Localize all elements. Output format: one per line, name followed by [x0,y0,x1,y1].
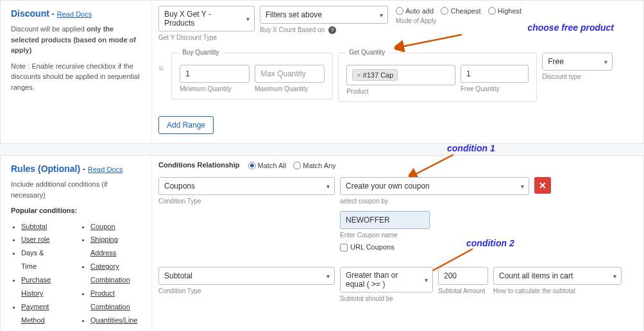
popular-category-combo[interactable]: Category Combination [90,262,130,284]
get-qty-legend: Get Quantity [345,49,389,56]
cond2-calc-value: Count all items in cart [499,271,573,280]
mode-apply-label: Mode of Apply [396,17,527,24]
cond2-type-col: Subtotal Condition Type [158,267,335,294]
get-product-col: ×#137 Cap Product [346,65,455,95]
url-coupons-label: URL Coupons [350,243,394,251]
buy-max-col: Max Quantity Maximum Quantity [255,65,325,92]
discount-read-docs-link[interactable]: Read Docs [57,10,92,18]
get-free-input[interactable]: 1 [461,65,529,83]
popular-col-2: Coupon Shipping Address Category Combina… [90,220,142,332]
rules-dash: - [82,164,88,174]
cond2-type-select[interactable]: Subtotal [158,267,335,285]
buy-min-col: 1 Minimum Quantity [180,65,250,92]
rules-read-docs-link[interactable]: Read Docs [88,166,123,173]
coupon-block: NEWOFFER Enter Coupon name URL Coupons [340,211,529,251]
cond2-op-label: Subtotal should be [340,295,433,302]
radio-cheapest-label: Cheapest [450,7,480,15]
cond1-type-select[interactable]: Coupons [158,177,335,195]
conditions-relationship-label: Conditions Relationship [158,161,240,169]
discount-title-row: Discount - Read Docs [11,8,142,19]
buy-qty-inner: 1 Minimum Quantity Max Quantity Maximum … [180,65,325,92]
cond1-method-select[interactable]: Create your own coupon [340,177,529,195]
cond1-method-label: select coupon by [340,198,529,205]
cond1-method-value: Create your own coupon [346,182,430,191]
info-icon[interactable]: ? [328,26,336,34]
cond2-op-select[interactable]: Greater than or equal ( >= ) [340,267,433,293]
popular-subtotal[interactable]: Subtotal [21,223,47,230]
discount-help-2: Note : Enable recursive checkbox if the … [11,61,142,93]
annotation-cond-1: condition 1 [447,143,495,153]
cond2-type-label: Condition Type [158,287,335,294]
add-range-row: Add Range [158,116,636,134]
mode-apply-col: Auto add Cheapest Highest Mode of Apply [396,6,527,24]
discount-type-select[interactable]: Free [542,53,613,71]
buy-qty-legend: Buy Quantity [178,49,223,56]
cond2-calc-select[interactable]: Count all items in cart [493,267,622,285]
radio-match-any[interactable] [293,162,301,169]
popular-quantities[interactable]: Quantities/Line items [90,316,137,331]
delete-condition-button[interactable]: ✕ [534,177,551,194]
get-qty-inner: ×#137 Cap Product 1 Free Quantity [346,65,529,95]
rules-title: Rules (Optional) [11,164,80,174]
popular-payment-method[interactable]: Payment Method [21,303,49,324]
rules-sidebar: Rules (Optional) - Read Docs Include add… [1,156,151,331]
discount-title: Discount [11,8,49,19]
radio-auto-add[interactable] [396,7,403,15]
tag-remove-icon[interactable]: × [357,71,360,79]
popular-coupon[interactable]: Coupon [90,223,115,230]
url-coupons-checkbox[interactable] [340,244,348,251]
buy-min-value: 1 [185,69,190,78]
buy-max-input[interactable]: Max Quantity [255,65,325,83]
drag-handle-icon[interactable]: ≡ [158,46,166,73]
add-range-button[interactable]: Add Range [158,116,214,134]
cond2-op-col: Greater than or equal ( >= ) Subtotal sh… [340,267,433,302]
cond2-amt-col: 200 Subtotal Amount [438,267,488,294]
radio-highest[interactable] [488,7,496,15]
get-y-type-select[interactable]: Buy X Get Y - Products [158,6,255,31]
popular-user-role[interactable]: User role [21,235,50,243]
popular-conditions-label: Popular conditions: [11,205,142,216]
discount-body: choose free product Buy X Get Y - Produc… [151,1,643,143]
close-icon: ✕ [539,180,547,191]
radio-match-all-label: Match All [258,162,287,169]
popular-purchase-history[interactable]: Purchase History [21,276,51,297]
count-based-label-text: Buy X Count Based on [260,26,326,33]
discount-sidebar: Discount - Read Docs Discount will be ap… [1,1,151,143]
product-tag[interactable]: ×#137 Cap [352,69,398,81]
buy-qty-fieldset: Buy Quantity 1 Minimum Quantity Max Quan… [171,53,333,99]
discount-dash: - [51,8,57,19]
buy-min-label: Minimum Quantity [180,85,250,92]
coupon-label: Enter Coupon name [340,232,529,239]
count-based-value: Filters set above [266,10,322,19]
popular-product-combo[interactable]: Product Combination [90,289,130,310]
cond2-amt-input[interactable]: 200 [438,267,488,285]
get-y-type-value: Buy X Get Y - Products [164,10,240,28]
coupon-value: NEWOFFER [346,216,390,225]
radio-match-all[interactable] [248,162,256,169]
buy-min-input[interactable]: 1 [180,65,250,83]
discount-top-row: Buy X Get Y - Products Get Y Discount Ty… [158,6,636,41]
popular-col-1: Subtotal User role Days & Time Purchase … [21,220,61,332]
radio-auto-add-label: Auto add [405,7,434,15]
discount-type-col: Free Discount type [542,53,613,80]
radio-highest-label: Highest [498,7,521,15]
discount-panel: Discount - Read Docs Discount will be ap… [0,0,644,144]
radio-cheapest[interactable] [441,7,448,15]
cond2-type-value: Subtotal [164,271,192,280]
count-based-select[interactable]: Filters set above [260,6,388,24]
discount-type-label: Discount type [542,73,613,80]
cond2-amt-label: Subtotal Amount [438,287,488,294]
rules-body: condition 1 condition 2 Conditions Relat… [151,156,643,331]
discount-help-1a: Discount will be applied [11,25,87,33]
cond1-method-col: Create your own coupon select coupon by … [340,177,529,251]
popular-shipping[interactable]: Shipping Address [90,235,118,257]
condition-2-row: Subtotal Condition Type Greater than or … [158,267,636,302]
range-row: ≡ Buy Quantity 1 Minimum Quantity Max Qu… [158,46,636,102]
get-product-label: Product [346,88,455,95]
product-tag-label: #137 Cap [363,71,394,79]
url-coupons-row: URL Coupons [340,242,529,251]
get-free-label: Free Quantity [461,85,529,92]
get-y-col: Buy X Get Y - Products Get Y Discount Ty… [158,6,255,41]
coupon-input[interactable]: NEWOFFER [340,211,430,229]
get-product-input[interactable]: ×#137 Cap [346,65,455,85]
